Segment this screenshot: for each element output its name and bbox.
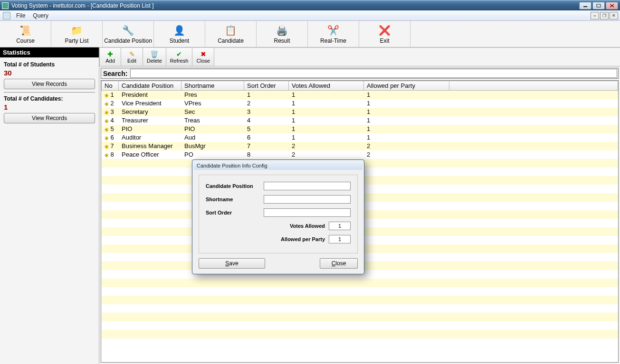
sortorder-field-label: Sort Order	[206, 210, 264, 215]
row-bullet-icon: ◉	[105, 127, 109, 132]
toolbar-realtime-button[interactable]: ✂️Real-Time	[308, 21, 359, 47]
statistics-header: Statistics	[0, 47, 99, 57]
delete-button[interactable]: 🗑️Delete	[143, 48, 166, 66]
col-sortorder[interactable]: Sort Order	[244, 81, 289, 91]
students-label: Total # of Students	[4, 61, 95, 68]
col-allowedperparty[interactable]: Allowed per Party	[364, 81, 449, 91]
close-button[interactable]: ✖Close	[192, 48, 214, 66]
mdi-restore-button[interactable]: ❐	[600, 12, 609, 19]
tools-icon: 🔧	[122, 24, 134, 37]
printer-icon: 🖨️	[276, 24, 288, 37]
position-field-label: Candidate Position	[206, 183, 264, 189]
allowed-field-label: Allowed per Party	[206, 236, 329, 242]
scroll-icon: 📜	[19, 24, 32, 37]
dialog-save-button[interactable]: Save	[199, 258, 265, 269]
check-icon: ✔	[176, 50, 182, 58]
cross-icon: ✖	[200, 50, 206, 58]
mdi-minimize-button[interactable]: ‒	[591, 12, 599, 19]
table-row[interactable]: ◉3SecretarySec311	[102, 108, 618, 116]
toolbar-result-button[interactable]: 🖨️Result	[257, 21, 308, 47]
table-row[interactable]: ◉2Vice PresidentVPres211	[102, 99, 618, 108]
col-no[interactable]: No	[102, 81, 119, 91]
table-row	[102, 338, 618, 347]
app-icon	[2, 2, 9, 9]
pencil-icon: ✎	[129, 50, 135, 58]
table-row	[102, 313, 618, 321]
window-close-button[interactable]	[606, 2, 618, 9]
view-candidates-button[interactable]: View Records	[4, 113, 95, 123]
view-students-button[interactable]: View Records	[4, 79, 95, 89]
trash-icon: 🗑️	[150, 50, 158, 58]
clipboard-icon: 📋	[225, 24, 237, 37]
mdi-close-button[interactable]: ✕	[610, 12, 618, 19]
row-bullet-icon: ◉	[105, 152, 109, 158]
col-shortname[interactable]: Shortname	[181, 81, 244, 91]
table-row	[102, 304, 618, 313]
votes-field[interactable]	[329, 222, 351, 230]
search-label: Search:	[101, 70, 129, 77]
votes-field-label: Votes Allowed	[206, 223, 329, 229]
window-maximize-button[interactable]	[592, 2, 605, 9]
table-header-row: No Candidate Position Shortname Sort Ord…	[102, 81, 618, 91]
add-button[interactable]: ✚Add	[99, 48, 121, 66]
menubar: File Query ‒ ❐ ✕	[0, 10, 620, 21]
menu-query[interactable]: Query	[29, 11, 52, 20]
col-position[interactable]: Candidate Position	[119, 81, 181, 91]
col-votesallowed[interactable]: Votes Allowed	[289, 81, 364, 91]
sub-toolbar: ✚Add ✎Edit 🗑️Delete ✔Refresh ✖Close	[99, 47, 620, 66]
row-bullet-icon: ◉	[105, 110, 109, 115]
sortorder-field[interactable]	[264, 208, 351, 217]
allowed-field[interactable]	[329, 235, 351, 243]
window-title: Voting System - inettutor.com - [Candida…	[11, 2, 153, 9]
table-row[interactable]: ◉6AuditorAud611	[102, 133, 618, 142]
shortname-field-label: Shortname	[206, 196, 264, 202]
content-area: ✚Add ✎Edit 🗑️Delete ✔Refresh ✖Close Sear…	[99, 47, 620, 364]
window-titlebar: Voting System - inettutor.com - [Candida…	[0, 0, 620, 10]
sidebar: Statistics Total # of Students 30 View R…	[0, 47, 99, 364]
shortname-field[interactable]	[264, 195, 351, 204]
edit-button[interactable]: ✎Edit	[121, 48, 143, 66]
row-bullet-icon: ◉	[105, 144, 109, 149]
toolbar-student-button[interactable]: 👤Student	[154, 21, 205, 47]
candidates-value: 1	[4, 103, 95, 111]
search-input[interactable]	[130, 69, 617, 78]
divider	[4, 92, 95, 93]
folder-icon: 📁	[71, 24, 83, 37]
row-bullet-icon: ◉	[105, 118, 109, 123]
students-value: 30	[4, 69, 95, 77]
table-row	[102, 296, 618, 304]
row-bullet-icon: ◉	[105, 93, 109, 98]
svg-rect-1	[597, 4, 601, 7]
row-bullet-icon: ◉	[105, 135, 109, 140]
system-menu-icon[interactable]	[3, 12, 10, 19]
scissors-icon: ✂️	[327, 24, 340, 37]
toolbar-exit-button[interactable]: ❌Exit	[359, 21, 410, 47]
user-icon: 👤	[173, 24, 186, 37]
table-row[interactable]: ◉8Peace OfficerPO822	[102, 150, 618, 159]
cross-icon: ❌	[379, 24, 391, 37]
toolbar-partylist-button[interactable]: 📁Party List	[51, 21, 103, 47]
dialog-close-button[interactable]: Close	[320, 258, 358, 269]
plus-icon: ✚	[107, 50, 113, 58]
toolbar-candidate-button[interactable]: 📋Candidate	[205, 21, 257, 47]
menu-file[interactable]: File	[12, 11, 29, 20]
position-field[interactable]	[264, 182, 351, 190]
table-row[interactable]: ◉7Business ManagerBusMgr722	[102, 142, 618, 150]
toolbar-course-button[interactable]: 📜Course	[0, 21, 51, 47]
candidates-label: Total # of Candidates:	[4, 95, 95, 102]
table-row[interactable]: ◉4TreasurerTreas411	[102, 116, 618, 125]
table-row[interactable]: ◉5PIOPIO511	[102, 125, 618, 133]
table-row	[102, 330, 618, 338]
row-bullet-icon: ◉	[105, 101, 109, 106]
refresh-button[interactable]: ✔Refresh	[166, 48, 193, 66]
table-row	[102, 287, 618, 296]
table-row[interactable]: ◉1PresidentPres111	[102, 91, 618, 99]
window-minimize-button[interactable]	[579, 2, 591, 9]
col-spacer	[449, 81, 618, 91]
search-bar: Search:	[101, 68, 619, 79]
table-row	[102, 321, 618, 330]
dialog-title: Candidate Position Info Config	[194, 161, 362, 170]
main-toolbar: 📜Course 📁Party List 🔧Candidate Position …	[0, 21, 620, 47]
toolbar-candidateposition-button[interactable]: 🔧Candidate Position	[103, 21, 154, 47]
table-row	[102, 279, 618, 287]
